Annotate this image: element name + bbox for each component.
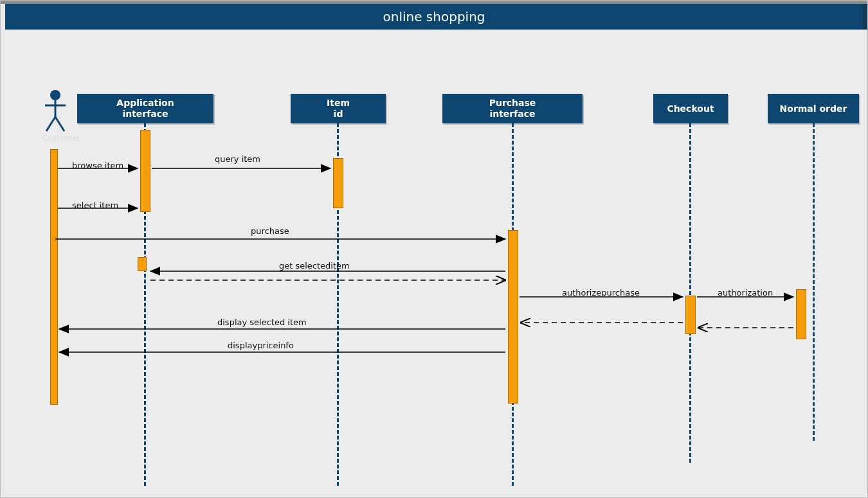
activation-app-2: [138, 257, 147, 271]
lifeline-label: Purchase interface: [489, 98, 536, 120]
msg-authorization: authorization: [718, 288, 773, 298]
msg-purchase: purchase: [251, 226, 289, 236]
msg-authorize: authorizepurchase: [562, 288, 640, 298]
lifeline-head-purchase-interface: Purchase interface: [442, 94, 583, 123]
lifeline-head-normal-order: Normal order: [768, 94, 859, 123]
lifeline-label: Item id: [327, 98, 350, 120]
activation-customer: [50, 149, 58, 405]
lifeline-label: Application interface: [116, 98, 174, 120]
actor-label: Customer: [42, 134, 68, 143]
svg-point-0: [50, 90, 60, 100]
activation-purchase: [508, 230, 518, 404]
lifeline-head-checkout: Checkout: [653, 94, 728, 123]
lifeline-normal-order: [813, 123, 815, 441]
activation-normal: [796, 289, 806, 339]
msg-query-item: query item: [215, 154, 260, 164]
svg-line-4: [55, 117, 64, 131]
actor-customer: Customer: [42, 89, 68, 143]
actor-icon: [42, 89, 68, 132]
activation-app-1: [140, 130, 150, 212]
lifeline-label: Checkout: [667, 103, 714, 114]
msg-browse-item: browse item: [72, 161, 123, 170]
svg-line-3: [46, 117, 55, 131]
activation-checkout: [685, 296, 696, 334]
lifeline-head-application-interface: Application interface: [77, 94, 213, 123]
msg-select-item: select item: [72, 200, 118, 210]
diagram-canvas: Customer Application interface Item id P…: [5, 30, 863, 492]
diagram-page: online shopping Customer Application int…: [0, 0, 868, 498]
msg-get-selected-item: get selecteditem: [279, 261, 350, 271]
activation-item: [333, 158, 343, 208]
diagram-title: online shopping: [5, 4, 863, 30]
titlebar-end-cap: [863, 4, 868, 30]
lifeline-label: Normal order: [780, 103, 847, 114]
msg-display-price: displaypriceinfo: [228, 341, 294, 350]
lifeline-checkout: [689, 123, 691, 463]
lifeline-head-item-id: Item id: [291, 94, 386, 123]
msg-display-item: display selected item: [217, 317, 307, 327]
